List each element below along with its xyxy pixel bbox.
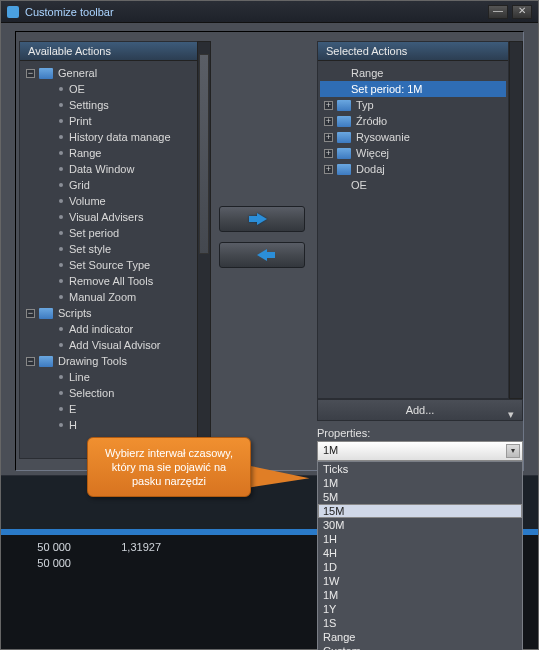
scrollbar-thumb[interactable]: [199, 54, 209, 254]
tree-item[interactable]: Data Window: [22, 161, 195, 177]
chevron-down-icon: ▾: [508, 404, 514, 424]
tree-item[interactable]: Add indicator: [22, 321, 195, 337]
selected-scrollbar[interactable]: [509, 41, 523, 399]
available-scrollbar[interactable]: [197, 41, 211, 459]
tree-item[interactable]: Print: [22, 113, 195, 129]
tree-item[interactable]: Add Visual Advisor: [22, 337, 195, 353]
period-dropdown[interactable]: Ticks 1M 5M 15M 30M 1H 4H 1D 1W 1M 1Y 1S…: [317, 461, 523, 650]
help-callout: Wybierz interwał czasowy, który ma sie p…: [87, 437, 251, 497]
add-label: Add...: [406, 404, 435, 416]
tree-item[interactable]: OE: [22, 81, 195, 97]
callout-text: Wybierz interwał czasowy, który ma sie p…: [105, 447, 233, 487]
tree-group-drawing[interactable]: −Drawing Tools: [22, 353, 195, 369]
tree-group-rysowanie[interactable]: +Rysowanie: [320, 129, 506, 145]
tree-group-general[interactable]: −General: [22, 65, 195, 81]
tree-item[interactable]: Settings: [22, 97, 195, 113]
dropdown-item[interactable]: 1W: [318, 574, 522, 588]
period-combobox[interactable]: 1M ▾: [317, 441, 523, 461]
add-action-button[interactable]: Add... ▾: [317, 399, 523, 421]
dropdown-item[interactable]: 1D: [318, 560, 522, 574]
tree-group-typ[interactable]: +Typ: [320, 97, 506, 113]
tree-item[interactable]: History data manage: [22, 129, 195, 145]
selected-actions-panel: Selected Actions Range Set period: 1M +T…: [317, 41, 509, 399]
tree-item[interactable]: Set style: [22, 241, 195, 257]
tree-item[interactable]: Set period: [22, 225, 195, 241]
dropdown-item[interactable]: Custom...: [318, 644, 522, 650]
dropdown-item[interactable]: Range: [318, 630, 522, 644]
tree-group-wiecej[interactable]: +Więcej: [320, 145, 506, 161]
chevron-down-icon: ▾: [506, 444, 520, 458]
window-title: Customize toolbar: [25, 6, 114, 18]
minimize-button[interactable]: —: [488, 5, 508, 19]
tree-item[interactable]: Grid: [22, 177, 195, 193]
customize-toolbar-window: Customize toolbar — ✕ 50 0001,31927 50 0…: [0, 0, 539, 650]
tree-group-scripts[interactable]: −Scripts: [22, 305, 195, 321]
available-actions-tree[interactable]: −General OE Settings Print History data …: [20, 61, 197, 457]
add-to-selected-button[interactable]: [219, 206, 305, 232]
tree-group-zrodlo[interactable]: +Źródło: [320, 113, 506, 129]
combobox-value: 1M: [323, 444, 338, 456]
properties-label: Properties:: [317, 427, 370, 439]
dropdown-item[interactable]: 1S: [318, 616, 522, 630]
app-icon: [7, 6, 19, 18]
tree-item[interactable]: OE: [320, 177, 506, 193]
tree-item[interactable]: E: [22, 401, 195, 417]
tree-group-dodaj[interactable]: +Dodaj: [320, 161, 506, 177]
tree-item[interactable]: Selection: [22, 385, 195, 401]
dropdown-item[interactable]: Ticks: [318, 462, 522, 476]
tree-item[interactable]: Set Source Type: [22, 257, 195, 273]
dropdown-item[interactable]: 1H: [318, 532, 522, 546]
dropdown-item[interactable]: 4H: [318, 546, 522, 560]
bg-data-row: 50 000: [1, 557, 91, 573]
remove-from-selected-button[interactable]: [219, 242, 305, 268]
dropdown-item-hover[interactable]: 15M: [318, 504, 522, 518]
selected-actions-header: Selected Actions: [318, 42, 508, 61]
tree-item[interactable]: Range: [22, 145, 195, 161]
dropdown-item[interactable]: 30M: [318, 518, 522, 532]
selected-actions-tree[interactable]: Range Set period: 1M +Typ +Źródło +Rysow…: [318, 61, 508, 397]
available-actions-panel: Available Actions −General OE Settings P…: [19, 41, 197, 459]
titlebar[interactable]: Customize toolbar — ✕: [1, 1, 538, 23]
tree-item[interactable]: Remove All Tools: [22, 273, 195, 289]
tree-item[interactable]: H: [22, 417, 195, 433]
tree-item[interactable]: Range: [320, 65, 506, 81]
tree-item[interactable]: Manual Zoom: [22, 289, 195, 305]
dropdown-item[interactable]: 1M: [318, 588, 522, 602]
arrow-right-icon: [257, 213, 267, 225]
bg-data-row: 50 0001,31927: [1, 541, 181, 557]
dropdown-item[interactable]: 1M: [318, 476, 522, 490]
dropdown-item[interactable]: 1Y: [318, 602, 522, 616]
available-actions-header: Available Actions: [20, 42, 197, 61]
tree-item-selected[interactable]: Set period: 1M: [320, 81, 506, 97]
tree-item[interactable]: Visual Advisers: [22, 209, 195, 225]
tree-item[interactable]: Line: [22, 369, 195, 385]
tree-item[interactable]: Volume: [22, 193, 195, 209]
dropdown-item[interactable]: 5M: [318, 490, 522, 504]
close-button[interactable]: ✕: [512, 5, 532, 19]
arrow-left-icon: [257, 249, 267, 261]
